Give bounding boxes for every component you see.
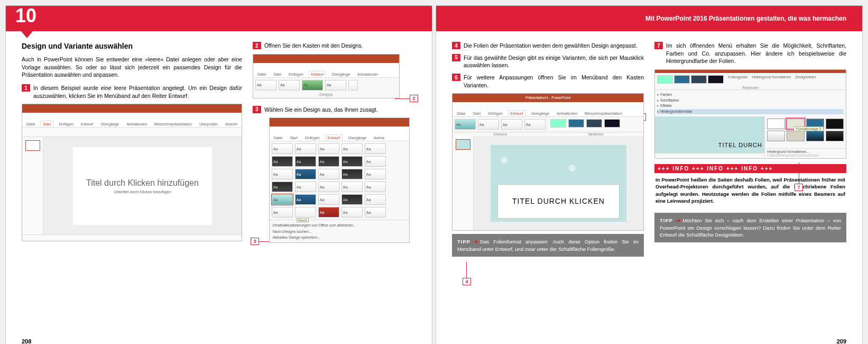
page-right: Mit PowerPoint 2016 Präsentationen gesta…	[436, 5, 863, 344]
design-thumb: Aa	[255, 80, 276, 90]
header-right: Mit PowerPoint 2016 Präsentationen gesta…	[436, 6, 862, 31]
step-1: 1 In diesem Beispiel wurde eine leere Pr…	[22, 84, 242, 99]
designs-gallery: Aa Aa Aa Aa	[253, 78, 399, 93]
section-heading: Design und Variante auswählen	[22, 42, 242, 50]
step-4: 4 Die Folien der Präsentation werden dem…	[452, 42, 644, 50]
callout-7: 7	[795, 184, 803, 191]
intro-paragraph: Auch in PowerPoint können Sie entweder e…	[22, 56, 242, 79]
arrow-icon: ➔	[676, 218, 680, 223]
slide-with-design: TITEL DURCH KLICKEN	[491, 145, 626, 221]
screenshot-4-applied-design: Präsentation1 - PowerPoint Datei Start E…	[452, 93, 644, 231]
step-marker: 2	[253, 42, 261, 49]
callout-2: 2	[410, 95, 418, 102]
book-spread: 10 Design und Variante auswählen Auch in…	[5, 5, 863, 344]
step-2: 2 Öffnen Sie den Kasten mit den Designs.	[253, 42, 416, 50]
slide-canvas: Titel durch Klicken hinzufügen Untertite…	[43, 137, 242, 234]
screenshot-1-blank-powerpoint: Datei Start Einfügen Entwurf Übergänge A…	[22, 104, 242, 241]
info-text: In PowerPoint heißen die Seiten deshalb …	[654, 173, 846, 210]
thumbnail-pane	[22, 137, 43, 234]
tipp-left: TIPP➔Das Folienformat anpassen: Auch die…	[452, 234, 644, 257]
anpassen-dropdown: Farben Schriftarten Effekte Hintergrundf…	[655, 90, 846, 116]
step-marker: 3	[253, 106, 261, 113]
design-selected: Aa	[272, 194, 293, 205]
step-6: 6 Für weitere Anpassungen öffnen Sie im …	[452, 74, 644, 89]
tipp-right: TIPP➔Möchten Sie sich – nach dem Erstell…	[654, 213, 846, 242]
info-banner: +++ INFO +++ INFO +++ INFO +++	[654, 164, 846, 173]
page-left: 10 Design und Variante auswählen Auch in…	[5, 5, 432, 344]
screenshot-2-designs-ribbon: Datei Start Einfügen Entwurf Übergänge A…	[253, 54, 400, 98]
left-page-right-column: 2 Öffnen Sie den Kasten mit den Designs.…	[253, 42, 416, 328]
step-7: 7 Im sich öffnenden Menü erhalten Sie di…	[654, 42, 846, 65]
pp-ribbon: Datei Start Einfügen Entwurf Übergänge A…	[22, 113, 242, 128]
slide-thumbnail	[25, 140, 40, 151]
screenshot-5-anpassen: Foliengröße Hintergrund formatieren Desi…	[654, 69, 846, 159]
step-5: 5 Für das gewählte Design gibt es einige…	[452, 54, 644, 69]
callout-4: 4	[463, 278, 471, 285]
left-column: Design und Variante auswählen Auch in Po…	[22, 42, 242, 328]
page-number: 209	[837, 338, 846, 344]
step-3: 3 Wählen Sie ein Design aus, das Ihnen z…	[253, 106, 416, 114]
title-placeholder: Titel durch Klicken hinzufügen Untertite…	[73, 147, 211, 225]
designs-expanded: AaAaAaAaAa AaAaAaAaAa AaAaAaAaAa AaAaAaA…	[270, 141, 409, 220]
header-left: 10	[6, 6, 432, 31]
tooltip: Formatvorlage 2	[793, 126, 824, 131]
screenshot-3-design-grid: Datei Start Einfügen Entwurf Übergänge A…	[269, 117, 410, 243]
chapter-title: Mit PowerPoint 2016 Präsentationen gesta…	[645, 15, 846, 22]
chapter-number: 10	[15, 5, 36, 27]
page-number: 208	[22, 338, 31, 344]
pp-titlebar	[22, 104, 242, 113]
right-page-left-column: 4 Die Folien der Präsentation werden dem…	[452, 42, 644, 328]
step-marker: 1	[22, 84, 30, 92]
arrow-icon: ➔	[474, 239, 478, 245]
right-page-right-column: 7 Im sich öffnenden Menü erhalten Sie di…	[654, 42, 846, 328]
callout-3: 3	[251, 238, 259, 245]
design-menu-footer: Inhaltsaktualisierungen von Office.com a…	[270, 220, 409, 242]
